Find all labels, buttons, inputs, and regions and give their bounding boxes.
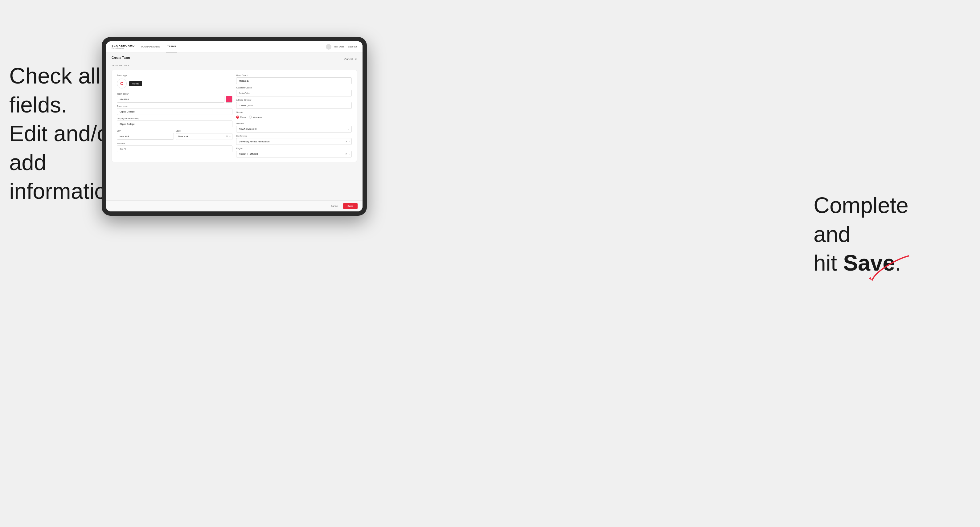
- conference-input[interactable]: [236, 138, 352, 145]
- city-label: City: [117, 130, 174, 132]
- state-wrapper: ✕ ⌄: [176, 133, 233, 140]
- city-group: City: [117, 130, 174, 140]
- team-colour-label: Team colour: [117, 93, 232, 95]
- form-right-col: Head Coach Assistant Coach Athletic Dire…: [236, 74, 352, 157]
- athletic-director-label: Athletic Director: [236, 99, 352, 101]
- page-header: Create Team Cancel ✕: [111, 56, 357, 62]
- state-input[interactable]: [176, 133, 233, 140]
- conference-group: Conference ✕ ⌄: [236, 135, 352, 145]
- conference-wrapper: ✕ ⌄: [236, 138, 352, 145]
- form-section: Team logo C Upload Team colo: [111, 70, 357, 162]
- team-name-group: Team name: [117, 105, 232, 115]
- gender-group: Gender Mens Womens: [236, 111, 352, 120]
- division-label: Division: [236, 122, 352, 124]
- team-name-input[interactable]: [117, 108, 232, 115]
- section-label: TEAM DETAILS: [111, 64, 357, 67]
- cancel-top-button[interactable]: Cancel ✕: [344, 58, 357, 61]
- zip-group: Zip code: [117, 142, 232, 152]
- logo-text: SCOREBOARD: [111, 44, 135, 48]
- athletic-director-group: Athletic Director: [236, 99, 352, 109]
- city-state-group: City State ✕ ⌄: [117, 130, 232, 140]
- main-content: Create Team Cancel ✕ TEAM DETAILS: [106, 52, 363, 200]
- city-input[interactable]: [117, 133, 174, 140]
- team-name-label: Team name: [117, 105, 232, 107]
- color-swatch[interactable]: [226, 96, 232, 103]
- page-background: Check all fields.Edit and/or addinformat…: [0, 0, 980, 527]
- head-coach-group: Head Coach: [236, 74, 352, 84]
- gender-row: Mens Womens: [236, 114, 352, 120]
- display-name-input[interactable]: [117, 121, 232, 127]
- nav-tournaments[interactable]: TOURNAMENTS: [140, 41, 161, 52]
- nav-teams[interactable]: TEAMS: [166, 41, 177, 52]
- color-field-wrapper: [117, 96, 232, 103]
- user-name: Test User |: [334, 45, 345, 48]
- sign-out-link[interactable]: Sign out: [348, 45, 357, 48]
- gender-womens-radio[interactable]: [249, 116, 252, 119]
- navbar-left: SCOREBOARD Powered by clippd TOURNAMENTS…: [111, 41, 177, 52]
- form-footer: Cancel Save: [106, 200, 363, 211]
- division-select-wrapper: NCAA Division III ⌄: [236, 125, 352, 133]
- gender-mens-radio[interactable]: [236, 116, 239, 119]
- head-coach-input[interactable]: [236, 77, 352, 84]
- assistant-coach-label: Assistant Coach: [236, 87, 352, 89]
- zip-input[interactable]: [117, 146, 232, 152]
- logo-area: C Upload: [117, 79, 232, 89]
- gender-womens-option[interactable]: Womens: [249, 116, 262, 119]
- logo-circle: C: [117, 79, 127, 89]
- right-arrow-icon: [866, 253, 915, 284]
- svg-marker-1: [869, 277, 872, 281]
- team-logo-label: Team logo: [117, 74, 232, 76]
- logo: SCOREBOARD Powered by clippd: [111, 44, 135, 49]
- division-group: Division NCAA Division III ⌄: [236, 122, 352, 133]
- assistant-coach-group: Assistant Coach: [236, 87, 352, 97]
- display-name-label: Display name (unique): [117, 117, 232, 119]
- state-label: State: [176, 130, 233, 132]
- region-group: Region ✕ ⌄: [236, 147, 352, 157]
- save-button[interactable]: Save: [343, 203, 358, 209]
- team-colour-input[interactable]: [117, 96, 224, 103]
- gender-mens-option[interactable]: Mens: [236, 116, 246, 119]
- tablet-frame: SCOREBOARD Powered by clippd TOURNAMENTS…: [102, 37, 367, 216]
- division-select[interactable]: NCAA Division III: [236, 126, 352, 133]
- navbar-right: Test User | Sign out: [326, 44, 357, 49]
- gender-mens-label: Mens: [240, 116, 246, 119]
- form-grid: Team logo C Upload Team colo: [117, 74, 352, 157]
- region-label: Region: [236, 147, 352, 149]
- page-title: Create Team: [111, 56, 130, 59]
- state-group: State ✕ ⌄: [176, 130, 233, 140]
- region-wrapper: ✕ ⌄: [236, 151, 352, 157]
- form-left-col: Team logo C Upload Team colo: [117, 74, 232, 157]
- logo-sub: Powered by clippd: [111, 47, 135, 49]
- cancel-button[interactable]: Cancel: [328, 203, 340, 209]
- upload-button[interactable]: Upload: [129, 81, 142, 86]
- conference-label: Conference: [236, 135, 352, 137]
- city-state-row: City State ✕ ⌄: [117, 130, 232, 140]
- athletic-director-input[interactable]: [236, 102, 352, 109]
- head-coach-label: Head Coach: [236, 74, 352, 76]
- zip-label: Zip code: [117, 142, 232, 144]
- gender-label: Gender: [236, 111, 352, 113]
- team-logo-group: Team logo C Upload: [117, 74, 232, 90]
- navbar: SCOREBOARD Powered by clippd TOURNAMENTS…: [106, 41, 363, 52]
- display-name-group: Display name (unique): [117, 117, 232, 127]
- user-avatar: [326, 44, 331, 49]
- region-input[interactable]: [236, 151, 352, 157]
- assistant-coach-input[interactable]: [236, 90, 352, 97]
- tablet-screen: SCOREBOARD Powered by clippd TOURNAMENTS…: [106, 41, 363, 211]
- gender-womens-label: Womens: [253, 116, 262, 119]
- team-colour-group: Team colour: [117, 93, 232, 103]
